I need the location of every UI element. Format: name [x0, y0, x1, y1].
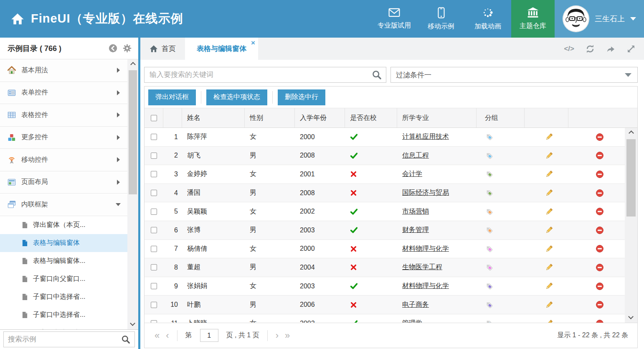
major-link[interactable]: 电子商务: [402, 301, 429, 309]
sidebar-group-页面布局[interactable]: 页面布局: [0, 171, 127, 194]
delete-icon[interactable]: [596, 170, 604, 178]
edit-pencil-icon[interactable]: [545, 319, 553, 323]
sidebar-scrollbar[interactable]: [127, 59, 138, 329]
row-checkbox[interactable]: [151, 283, 157, 289]
select-all-checkbox[interactable]: [151, 115, 157, 121]
sidebar-group-更多控件[interactable]: 更多控件: [0, 127, 127, 149]
delete-rows-button[interactable]: 删除选中行: [278, 89, 325, 105]
prev-page-button[interactable]: ‹: [166, 331, 169, 340]
delete-icon[interactable]: [596, 207, 604, 216]
edit-pencil-icon[interactable]: [545, 170, 553, 178]
sidebar-item-子窗口中选择省[interactable]: 子窗口中选择省...: [0, 288, 127, 306]
sidebar-item-子窗口中选择省[interactable]: 子窗口中选择省...: [0, 306, 127, 324]
row-checkbox[interactable]: [151, 153, 157, 159]
check-selection-button[interactable]: 检查选中项状态: [206, 89, 267, 105]
major-link[interactable]: 材料物理与化学: [402, 245, 449, 253]
row-checkbox[interactable]: [151, 302, 157, 308]
major-link[interactable]: 市场营销: [402, 207, 429, 216]
delete-icon[interactable]: [596, 226, 604, 234]
edit-pencil-icon[interactable]: [545, 301, 553, 309]
major-link[interactable]: 材料物理与化学: [402, 282, 449, 290]
sidebar-group-基本用法[interactable]: 基本用法: [0, 59, 127, 82]
scroll-up-icon[interactable]: [130, 62, 136, 67]
nav-item-trial[interactable]: 专业版试用: [371, 0, 418, 38]
filter-dropdown[interactable]: 过滤条件一: [390, 67, 638, 83]
edit-pencil-icon[interactable]: [545, 189, 553, 197]
scroll-up-icon[interactable]: [629, 130, 634, 136]
row-checkbox[interactable]: [151, 209, 157, 215]
nav-item-theme[interactable]: 主题仓库: [511, 0, 555, 38]
delete-icon[interactable]: [596, 319, 604, 323]
major-link[interactable]: 管理学: [402, 319, 422, 323]
delete-icon[interactable]: [596, 245, 604, 253]
column-header-姓名[interactable]: 姓名: [182, 108, 245, 127]
major-link[interactable]: 计算机应用技术: [402, 132, 449, 141]
close-icon[interactable]: ×: [251, 39, 255, 46]
sidebar-item-子窗口向父窗口[interactable]: 子窗口向父窗口...: [0, 270, 127, 288]
row-checkbox[interactable]: [151, 246, 157, 252]
scroll-thumb[interactable]: [626, 139, 636, 217]
tab-grid-edit-window[interactable]: 表格与编辑窗体 ×: [185, 38, 258, 60]
collapse-circle-icon[interactable]: [109, 44, 117, 53]
open-dialog-button[interactable]: 弹出对话框: [148, 89, 196, 105]
edit-pencil-icon[interactable]: [545, 207, 553, 216]
row-checkbox[interactable]: [151, 227, 157, 233]
sidebar-item-弹出窗体（本页[interactable]: 弹出窗体（本页...: [0, 216, 127, 234]
code-icon[interactable]: </>: [564, 45, 574, 53]
delete-icon[interactable]: [596, 301, 604, 309]
column-header-是否在校[interactable]: 是否在校: [345, 108, 397, 127]
user-menu[interactable]: 三生石上: [555, 0, 644, 38]
first-page-button[interactable]: «: [155, 331, 160, 340]
scroll-down-icon[interactable]: [130, 321, 135, 326]
table-scrollbar[interactable]: [625, 128, 637, 323]
row-checkbox[interactable]: [151, 264, 157, 270]
edit-pencil-icon[interactable]: [545, 226, 553, 234]
tab-home[interactable]: 首页: [140, 38, 185, 60]
sidebar-item-子窗口中选择省[interactable]: 子窗口中选择省: [0, 324, 127, 330]
sidebar-group-移动控件[interactable]: 移动控件: [0, 149, 127, 171]
column-header-分组[interactable]: 分组: [477, 108, 525, 127]
major-link[interactable]: 生物医学工程: [402, 263, 442, 272]
row-checkbox[interactable]: [151, 171, 157, 177]
edit-pencil-icon[interactable]: [545, 263, 553, 272]
share-icon[interactable]: [606, 44, 615, 53]
row-checkbox[interactable]: [151, 320, 157, 323]
delete-icon[interactable]: [596, 189, 604, 197]
major-link[interactable]: 会计学: [402, 170, 422, 178]
gear-icon[interactable]: [123, 44, 132, 53]
major-link[interactable]: 国际经济与贸易: [402, 189, 449, 197]
nav-item-loading[interactable]: 加载动画: [464, 0, 511, 38]
delete-icon[interactable]: [596, 133, 604, 141]
sidebar-item-表格与编辑窗体[interactable]: 表格与编辑窗体...: [0, 252, 127, 270]
delete-icon[interactable]: [596, 282, 604, 290]
next-page-button[interactable]: ›: [276, 331, 279, 340]
edit-pencil-icon[interactable]: [545, 282, 553, 290]
major-link[interactable]: 信息工程: [402, 151, 429, 160]
column-header-所学专业[interactable]: 所学专业: [397, 108, 477, 127]
sidebar-group-表格控件[interactable]: 表格控件: [0, 104, 127, 127]
edit-pencil-icon[interactable]: [545, 151, 553, 160]
page-number-input[interactable]: [200, 329, 218, 342]
expand-icon[interactable]: [626, 44, 636, 53]
refresh-icon[interactable]: [586, 44, 595, 53]
nav-item-mobile[interactable]: 移动示例: [418, 0, 464, 38]
edit-pencil-icon[interactable]: [545, 132, 553, 141]
sidebar-group-表单控件[interactable]: 表单控件: [0, 82, 127, 104]
scroll-thumb[interactable]: [129, 70, 137, 194]
delete-icon[interactable]: [596, 151, 604, 160]
major-link[interactable]: 财务管理: [402, 226, 429, 234]
scroll-down-icon[interactable]: [628, 314, 634, 319]
last-page-button[interactable]: »: [285, 331, 290, 340]
edit-pencil-icon[interactable]: [545, 245, 553, 253]
sidebar-search-input[interactable]: [8, 335, 121, 344]
search-icon[interactable]: [372, 70, 382, 80]
sidebar-group-内联框架[interactable]: 内联框架: [0, 194, 127, 216]
sidebar-item-表格与编辑窗体[interactable]: 表格与编辑窗体: [0, 234, 127, 252]
column-header-入学年份[interactable]: 入学年份: [295, 108, 345, 127]
column-header-性别[interactable]: 性别: [245, 108, 295, 127]
delete-icon[interactable]: [596, 263, 604, 272]
row-checkbox[interactable]: [151, 134, 157, 140]
keyword-search-input[interactable]: [150, 71, 372, 79]
row-checkbox[interactable]: [151, 190, 157, 196]
search-icon[interactable]: [121, 335, 130, 344]
